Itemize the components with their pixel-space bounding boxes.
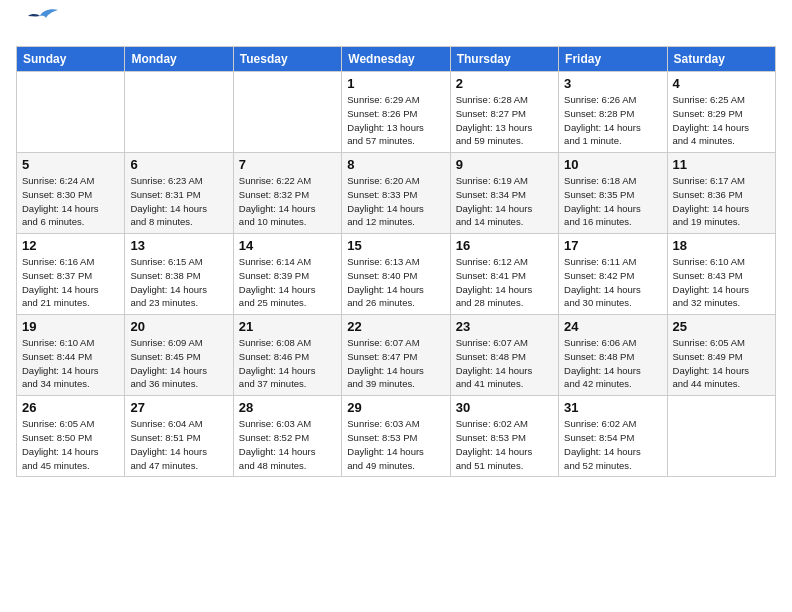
day-number: 15	[347, 238, 444, 253]
day-number: 17	[564, 238, 661, 253]
day-info: Sunrise: 6:06 AM Sunset: 8:48 PM Dayligh…	[564, 336, 661, 391]
day-number: 2	[456, 76, 553, 91]
day-number: 28	[239, 400, 336, 415]
calendar-week-row: 12Sunrise: 6:16 AM Sunset: 8:37 PM Dayli…	[17, 234, 776, 315]
day-number: 20	[130, 319, 227, 334]
day-number: 13	[130, 238, 227, 253]
calendar-cell: 18Sunrise: 6:10 AM Sunset: 8:43 PM Dayli…	[667, 234, 775, 315]
day-number: 11	[673, 157, 770, 172]
day-info: Sunrise: 6:18 AM Sunset: 8:35 PM Dayligh…	[564, 174, 661, 229]
calendar-week-row: 5Sunrise: 6:24 AM Sunset: 8:30 PM Daylig…	[17, 153, 776, 234]
calendar-cell: 3Sunrise: 6:26 AM Sunset: 8:28 PM Daylig…	[559, 72, 667, 153]
calendar-table: SundayMondayTuesdayWednesdayThursdayFrid…	[16, 46, 776, 477]
day-info: Sunrise: 6:29 AM Sunset: 8:26 PM Dayligh…	[347, 93, 444, 148]
calendar-cell	[125, 72, 233, 153]
calendar-cell: 13Sunrise: 6:15 AM Sunset: 8:38 PM Dayli…	[125, 234, 233, 315]
calendar-cell	[17, 72, 125, 153]
calendar-cell: 25Sunrise: 6:05 AM Sunset: 8:49 PM Dayli…	[667, 315, 775, 396]
day-of-week-header: Sunday	[17, 47, 125, 72]
day-number: 3	[564, 76, 661, 91]
day-info: Sunrise: 6:05 AM Sunset: 8:49 PM Dayligh…	[673, 336, 770, 391]
calendar-week-row: 26Sunrise: 6:05 AM Sunset: 8:50 PM Dayli…	[17, 396, 776, 477]
day-of-week-header: Wednesday	[342, 47, 450, 72]
calendar-cell: 20Sunrise: 6:09 AM Sunset: 8:45 PM Dayli…	[125, 315, 233, 396]
day-number: 25	[673, 319, 770, 334]
calendar-week-row: 1Sunrise: 6:29 AM Sunset: 8:26 PM Daylig…	[17, 72, 776, 153]
day-number: 19	[22, 319, 119, 334]
calendar-cell: 31Sunrise: 6:02 AM Sunset: 8:54 PM Dayli…	[559, 396, 667, 477]
day-number: 24	[564, 319, 661, 334]
day-info: Sunrise: 6:07 AM Sunset: 8:48 PM Dayligh…	[456, 336, 553, 391]
calendar-cell: 14Sunrise: 6:14 AM Sunset: 8:39 PM Dayli…	[233, 234, 341, 315]
day-info: Sunrise: 6:24 AM Sunset: 8:30 PM Dayligh…	[22, 174, 119, 229]
day-number: 16	[456, 238, 553, 253]
calendar-cell: 9Sunrise: 6:19 AM Sunset: 8:34 PM Daylig…	[450, 153, 558, 234]
day-of-week-header: Friday	[559, 47, 667, 72]
day-info: Sunrise: 6:28 AM Sunset: 8:27 PM Dayligh…	[456, 93, 553, 148]
day-info: Sunrise: 6:23 AM Sunset: 8:31 PM Dayligh…	[130, 174, 227, 229]
day-info: Sunrise: 6:03 AM Sunset: 8:52 PM Dayligh…	[239, 417, 336, 472]
calendar-cell: 2Sunrise: 6:28 AM Sunset: 8:27 PM Daylig…	[450, 72, 558, 153]
logo-bird-icon	[22, 8, 58, 34]
day-of-week-header: Saturday	[667, 47, 775, 72]
day-number: 9	[456, 157, 553, 172]
day-number: 6	[130, 157, 227, 172]
calendar-cell: 24Sunrise: 6:06 AM Sunset: 8:48 PM Dayli…	[559, 315, 667, 396]
day-number: 5	[22, 157, 119, 172]
calendar-cell: 12Sunrise: 6:16 AM Sunset: 8:37 PM Dayli…	[17, 234, 125, 315]
day-info: Sunrise: 6:07 AM Sunset: 8:47 PM Dayligh…	[347, 336, 444, 391]
calendar-cell: 19Sunrise: 6:10 AM Sunset: 8:44 PM Dayli…	[17, 315, 125, 396]
day-info: Sunrise: 6:16 AM Sunset: 8:37 PM Dayligh…	[22, 255, 119, 310]
page-header	[16, 16, 776, 34]
day-number: 22	[347, 319, 444, 334]
day-info: Sunrise: 6:17 AM Sunset: 8:36 PM Dayligh…	[673, 174, 770, 229]
calendar-cell: 30Sunrise: 6:02 AM Sunset: 8:53 PM Dayli…	[450, 396, 558, 477]
day-info: Sunrise: 6:05 AM Sunset: 8:50 PM Dayligh…	[22, 417, 119, 472]
calendar-cell: 29Sunrise: 6:03 AM Sunset: 8:53 PM Dayli…	[342, 396, 450, 477]
day-number: 18	[673, 238, 770, 253]
calendar-cell: 15Sunrise: 6:13 AM Sunset: 8:40 PM Dayli…	[342, 234, 450, 315]
day-info: Sunrise: 6:10 AM Sunset: 8:44 PM Dayligh…	[22, 336, 119, 391]
calendar-cell: 21Sunrise: 6:08 AM Sunset: 8:46 PM Dayli…	[233, 315, 341, 396]
day-number: 7	[239, 157, 336, 172]
day-number: 26	[22, 400, 119, 415]
day-number: 27	[130, 400, 227, 415]
calendar-cell: 11Sunrise: 6:17 AM Sunset: 8:36 PM Dayli…	[667, 153, 775, 234]
day-of-week-header: Thursday	[450, 47, 558, 72]
day-info: Sunrise: 6:22 AM Sunset: 8:32 PM Dayligh…	[239, 174, 336, 229]
day-number: 21	[239, 319, 336, 334]
calendar-cell: 26Sunrise: 6:05 AM Sunset: 8:50 PM Dayli…	[17, 396, 125, 477]
day-info: Sunrise: 6:25 AM Sunset: 8:29 PM Dayligh…	[673, 93, 770, 148]
calendar-cell: 4Sunrise: 6:25 AM Sunset: 8:29 PM Daylig…	[667, 72, 775, 153]
day-number: 23	[456, 319, 553, 334]
day-info: Sunrise: 6:02 AM Sunset: 8:53 PM Dayligh…	[456, 417, 553, 472]
day-info: Sunrise: 6:14 AM Sunset: 8:39 PM Dayligh…	[239, 255, 336, 310]
calendar-cell: 1Sunrise: 6:29 AM Sunset: 8:26 PM Daylig…	[342, 72, 450, 153]
day-of-week-header: Monday	[125, 47, 233, 72]
day-number: 29	[347, 400, 444, 415]
day-of-week-header: Tuesday	[233, 47, 341, 72]
day-info: Sunrise: 6:20 AM Sunset: 8:33 PM Dayligh…	[347, 174, 444, 229]
day-number: 10	[564, 157, 661, 172]
day-info: Sunrise: 6:08 AM Sunset: 8:46 PM Dayligh…	[239, 336, 336, 391]
day-number: 4	[673, 76, 770, 91]
day-info: Sunrise: 6:02 AM Sunset: 8:54 PM Dayligh…	[564, 417, 661, 472]
day-info: Sunrise: 6:12 AM Sunset: 8:41 PM Dayligh…	[456, 255, 553, 310]
calendar-cell: 27Sunrise: 6:04 AM Sunset: 8:51 PM Dayli…	[125, 396, 233, 477]
day-info: Sunrise: 6:10 AM Sunset: 8:43 PM Dayligh…	[673, 255, 770, 310]
day-info: Sunrise: 6:15 AM Sunset: 8:38 PM Dayligh…	[130, 255, 227, 310]
calendar-cell: 22Sunrise: 6:07 AM Sunset: 8:47 PM Dayli…	[342, 315, 450, 396]
day-number: 14	[239, 238, 336, 253]
day-number: 31	[564, 400, 661, 415]
calendar-cell: 10Sunrise: 6:18 AM Sunset: 8:35 PM Dayli…	[559, 153, 667, 234]
calendar-cell: 16Sunrise: 6:12 AM Sunset: 8:41 PM Dayli…	[450, 234, 558, 315]
day-info: Sunrise: 6:04 AM Sunset: 8:51 PM Dayligh…	[130, 417, 227, 472]
day-number: 8	[347, 157, 444, 172]
day-info: Sunrise: 6:19 AM Sunset: 8:34 PM Dayligh…	[456, 174, 553, 229]
day-info: Sunrise: 6:13 AM Sunset: 8:40 PM Dayligh…	[347, 255, 444, 310]
calendar-cell: 28Sunrise: 6:03 AM Sunset: 8:52 PM Dayli…	[233, 396, 341, 477]
calendar-cell: 6Sunrise: 6:23 AM Sunset: 8:31 PM Daylig…	[125, 153, 233, 234]
day-info: Sunrise: 6:11 AM Sunset: 8:42 PM Dayligh…	[564, 255, 661, 310]
day-number: 12	[22, 238, 119, 253]
calendar-cell	[233, 72, 341, 153]
